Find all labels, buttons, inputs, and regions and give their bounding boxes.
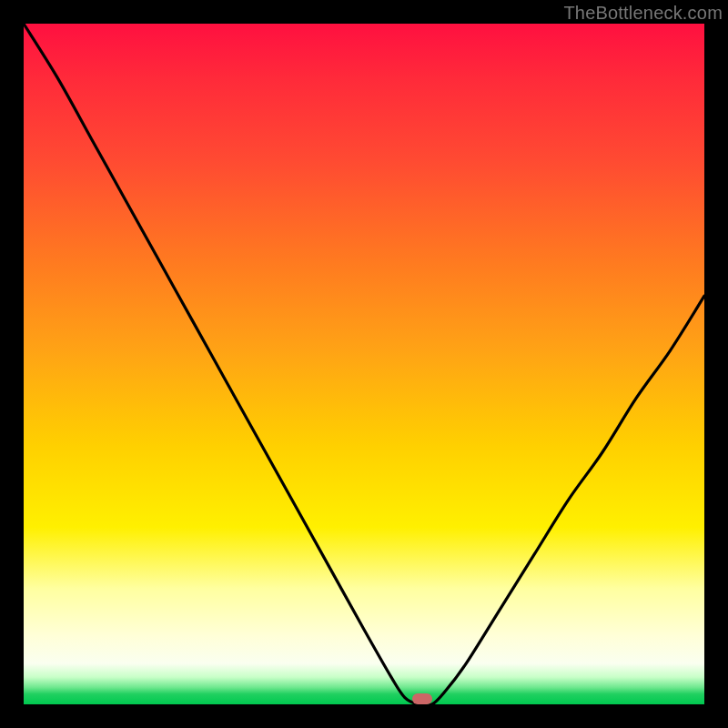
bottleneck-curve: [24, 24, 704, 704]
plot-area: [24, 24, 704, 704]
attribution-text: TheBottleneck.com: [563, 3, 723, 24]
optimal-point-marker: [412, 693, 432, 704]
chart-frame: TheBottleneck.com: [0, 0, 728, 728]
